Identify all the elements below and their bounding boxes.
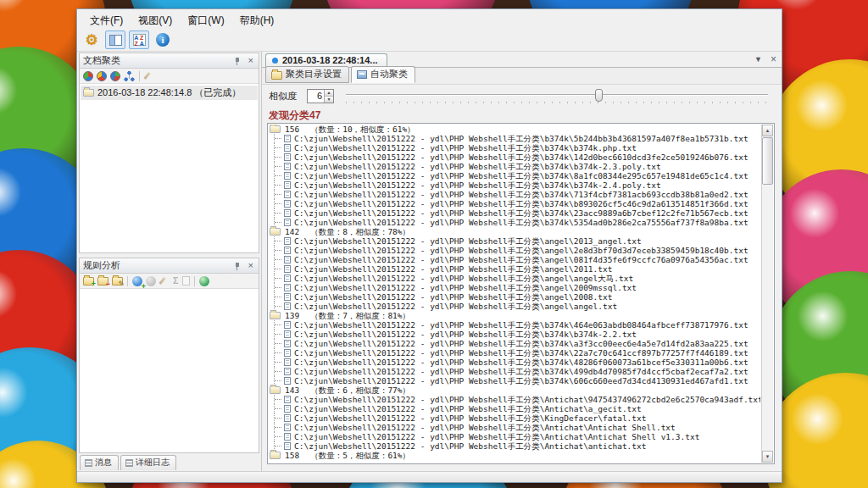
menu-help[interactable]: 帮助(H): [232, 13, 282, 29]
file-path: C:\zjun\Webshell\20151222 - ydl\PHP Webs…: [294, 190, 748, 199]
cluster-network-icon[interactable]: [124, 71, 135, 81]
tab-messages[interactable]: 消息: [80, 455, 119, 470]
file-row[interactable]: C:\zjun\Webshell\20151222 - ydl\PHP Webs…: [270, 190, 760, 199]
folder-icon: [270, 386, 281, 394]
file-row[interactable]: C:\zjun\Webshell\20151222 - ydl\PHP Webs…: [270, 404, 760, 413]
file-row[interactable]: C:\zjun\Webshell\20151222 - ydl\PHP Webs…: [270, 348, 760, 358]
file-path: C:\zjun\Webshell\20151222 - ydl\PHP Webs…: [294, 152, 748, 162]
close-icon[interactable]: ×: [247, 261, 255, 270]
file-row[interactable]: C:\zjun\Webshell\20151222 - ydl\PHP Webs…: [270, 441, 760, 451]
scrollbar-thumb[interactable]: [762, 137, 773, 185]
close-icon[interactable]: ×: [247, 56, 255, 65]
document-icon: [284, 424, 291, 431]
menu-file[interactable]: 文件(F): [82, 13, 131, 29]
document-icon: [284, 340, 291, 347]
pen-icon[interactable]: [144, 71, 154, 81]
similarity-stepper[interactable]: 6 ▲ ▼: [307, 89, 334, 103]
file-row[interactable]: C:\zjun\Webshell\20151222 - ydl\PHP Webs…: [270, 302, 760, 311]
file-path: C:\zjun\Webshell\20151222 - ydl\PHP Webs…: [294, 395, 760, 404]
tab-cluster-dir-settings[interactable]: 聚类目录设置: [265, 66, 349, 83]
file-row[interactable]: C:\zjun\Webshell\20151222 - ydl\PHP Webs…: [270, 218, 760, 227]
file-row[interactable]: C:\zjun\Webshell\20151222 - ydl\PHP Webs…: [270, 134, 760, 143]
file-row[interactable]: C:\zjun\Webshell\20151222 - ydl\PHP Webs…: [270, 199, 760, 208]
similarity-value: 6: [308, 90, 324, 103]
document-icon: [284, 144, 291, 152]
scroll-down-icon[interactable]: ▼: [762, 451, 773, 463]
file-path: C:\zjun\Webshell\20151222 - ydl\PHP Webs…: [294, 441, 647, 451]
file-row[interactable]: C:\zjun\Webshell\20151222 - ydl\PHP Webs…: [270, 274, 760, 283]
horizontal-splitter[interactable]: [77, 254, 261, 257]
layout-toggle-button[interactable]: [105, 30, 125, 49]
document-icon: [284, 163, 291, 170]
file-row[interactable]: C:\zjun\Webshell\20151222 - ydl\PHP Webs…: [270, 255, 760, 264]
document-icon: [284, 274, 291, 282]
pie-chart-icon[interactable]: [83, 71, 93, 81]
file-row[interactable]: C:\zjun\Webshell\20151222 - ydl\PHP Webs…: [270, 413, 760, 423]
tab-list-dropdown-icon[interactable]: ▼: [754, 55, 762, 64]
file-row[interactable]: C:\zjun\Webshell\20151222 - ydl\PHP Webs…: [270, 236, 760, 246]
slider-handle[interactable]: [595, 89, 603, 102]
tab-auto-cluster[interactable]: 自动聚类: [351, 66, 415, 83]
pie-chart-icon[interactable]: [97, 71, 107, 81]
file-row[interactable]: C:\zjun\Webshell\20151222 - ydl\PHP Webs…: [270, 283, 760, 292]
similarity-controls: 相似度 6 ▲ ▼: [262, 85, 782, 107]
file-row[interactable]: C:\zjun\Webshell\20151222 - ydl\PHP Webs…: [270, 432, 760, 441]
file-path: C:\zjun\Webshell\20151222 - ydl\PHP Webs…: [294, 413, 647, 423]
add-folder-icon[interactable]: +: [83, 277, 94, 286]
file-row[interactable]: C:\zjun\Webshell\20151222 - ydl\PHP Webs…: [270, 395, 760, 404]
toolbar-separator: [139, 71, 140, 81]
file-row[interactable]: C:\zjun\Webshell\20151222 - ydl\PHP Webs…: [270, 320, 760, 330]
file-row[interactable]: C:\zjun\Webshell\20151222 - ydl\PHP Webs…: [270, 330, 760, 339]
tree-connector: [274, 348, 284, 358]
cluster-run-item[interactable]: 2016-03-18 22:48:14.8 （已完成）: [81, 86, 258, 100]
group-header[interactable]: 142（数量：8，相似度：78%）: [270, 227, 760, 236]
file-path: C:\zjun\Webshell\20151222 - ydl\PHP Webs…: [294, 423, 676, 432]
menu-view[interactable]: 视图(V): [131, 13, 180, 29]
stepper-down-icon[interactable]: ▼: [325, 96, 333, 103]
file-row[interactable]: C:\zjun\Webshell\20151222 - ydl\PHP Webs…: [270, 143, 760, 152]
about-button[interactable]: i: [153, 30, 173, 49]
group-header[interactable]: 143（数量：6，相似度：77%）: [270, 385, 760, 395]
document-icon: [284, 405, 291, 413]
group-header[interactable]: 139（数量：7，相似度：81%）: [270, 311, 760, 320]
tab-cluster-result[interactable]: 2016-03-18 22:48:14...: [265, 53, 387, 67]
add-rule-icon[interactable]: +: [132, 276, 142, 286]
menu-window[interactable]: 窗口(W): [180, 13, 231, 29]
group-header[interactable]: 156（数量：10，相似度：61%）: [270, 125, 760, 134]
tab-detail-log[interactable]: 详细日志: [120, 455, 176, 470]
file-row[interactable]: C:\zjun\Webshell\20151222 - ydl\PHP Webs…: [270, 367, 760, 376]
stepper-up-icon[interactable]: ▲: [325, 90, 333, 96]
document-icon: [284, 368, 291, 375]
tree-connector: [274, 246, 284, 255]
folder-icon: [270, 125, 281, 133]
similarity-slider[interactable]: [346, 86, 768, 105]
run-analysis-icon[interactable]: [199, 276, 209, 286]
file-row[interactable]: C:\zjun\Webshell\20151222 - ydl\PHP Webs…: [270, 162, 760, 171]
file-row[interactable]: C:\zjun\Webshell\20151222 - ydl\PHP Webs…: [270, 208, 760, 218]
file-row[interactable]: C:\zjun\Webshell\20151222 - ydl\PHP Webs…: [270, 152, 760, 162]
folder-icon: [271, 71, 282, 80]
pin-icon[interactable]: [234, 57, 241, 65]
file-row[interactable]: C:\zjun\Webshell\20151222 - ydl\PHP Webs…: [270, 292, 760, 302]
cluster-list[interactable]: 156（数量：10，相似度：61%）C:\zjun\Webshell\20151…: [270, 125, 760, 463]
pin-icon[interactable]: [234, 262, 241, 270]
file-row[interactable]: C:\zjun\Webshell\20151222 - ydl\PHP Webs…: [270, 358, 760, 367]
remove-folder-icon[interactable]: −: [97, 277, 108, 286]
sort-toggle-button[interactable]: AZZA: [129, 30, 149, 49]
document-icon: [284, 209, 291, 217]
pie-chart-icon[interactable]: [110, 71, 120, 81]
edit-folder-icon[interactable]: ✎: [112, 277, 123, 286]
file-row[interactable]: C:\zjun\Webshell\20151222 - ydl\PHP Webs…: [270, 423, 760, 432]
close-tab-icon[interactable]: ×: [769, 54, 778, 64]
file-row[interactable]: C:\zjun\Webshell\20151222 - ydl\PHP Webs…: [270, 339, 760, 348]
file-row[interactable]: C:\zjun\Webshell\20151222 - ydl\PHP Webs…: [270, 246, 760, 255]
vertical-scrollbar[interactable]: ▲ ▼: [761, 125, 773, 463]
file-row[interactable]: C:\zjun\Webshell\20151222 - ydl\PHP Webs…: [270, 180, 760, 190]
group-header[interactable]: 158（数量：5，相似度：61%）: [270, 451, 760, 460]
file-row[interactable]: C:\zjun\Webshell\20151222 - ydl\PHP Webs…: [270, 376, 760, 385]
settings-button[interactable]: ⚙: [81, 30, 102, 49]
file-row[interactable]: C:\zjun\Webshell\20151222 - ydl\PHP Webs…: [270, 264, 760, 274]
file-row[interactable]: C:\zjun\Webshell\20151222 - ydl\PHP Webs…: [270, 171, 760, 180]
scroll-up-icon[interactable]: ▲: [762, 125, 773, 136]
document-icon: [284, 172, 291, 180]
